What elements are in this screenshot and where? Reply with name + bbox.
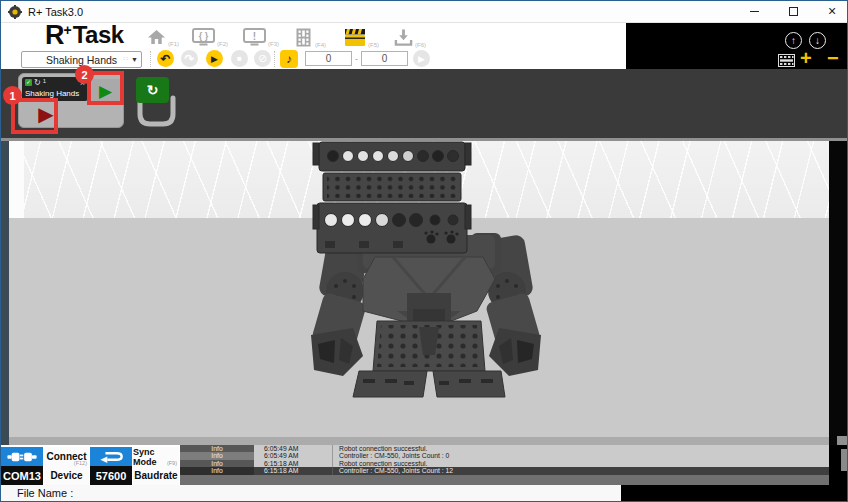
nav-home-button[interactable]: (F1) [147, 28, 179, 50]
log-time: 6:15:18 AM [254, 467, 332, 474]
file-name-bar: File Name : [1, 485, 848, 501]
svg-text:!: ! [253, 31, 256, 42]
music-button[interactable]: ♪ [280, 50, 298, 68]
title-bar [1, 1, 847, 23]
nav-task-code-button[interactable]: { } (F2) [192, 28, 228, 50]
viewport-right-edge [829, 141, 848, 445]
motion-unit-strip [1, 69, 848, 141]
annotation-badge-2: 2 [75, 65, 94, 84]
unit-title: Shaking Hands [25, 89, 85, 98]
annotation-badge-1: 1 [3, 86, 22, 105]
sync-toggle-button[interactable] [90, 447, 132, 466]
log-message: Controller : CM-550, Joints Count : 12 [332, 467, 829, 474]
film-strip-icon [294, 28, 313, 51]
redo-icon: ↷ [184, 52, 194, 66]
play-range-button[interactable]: ▶ [413, 50, 430, 67]
cancel-icon: ⊘ [258, 52, 267, 65]
code-monitor-icon: { } [192, 28, 215, 50]
log-time: 6:05:49 AM [254, 445, 332, 452]
music-note-icon: ♪ [286, 52, 292, 66]
log-row-selected[interactable]: Info 6:15:18 AM Controller : CM-550, Joi… [180, 467, 829, 474]
log-message: Robot connection successful. [332, 445, 829, 452]
motion-unit-list-button[interactable] [778, 53, 795, 66]
log-row[interactable]: Info 6:15:18 AM Robot connection success… [180, 460, 829, 467]
stop-icon: ■ [237, 54, 242, 63]
baudrate-button[interactable]: Baudrate [133, 466, 179, 485]
log-panel-footer [180, 475, 829, 486]
chevron-down-icon: ▼ [131, 56, 138, 63]
svg-text:{ }: { } [199, 31, 209, 41]
com-port-value[interactable]: COM13 [1, 466, 43, 485]
play-range-icon: ▶ [418, 54, 425, 64]
log-level: Info [180, 467, 254, 474]
cable-icon [6, 451, 38, 463]
log-row[interactable]: Info 6:05:49 AM Controller : CM-550, Joi… [180, 452, 829, 459]
log-message: Controller : CM-550, Joints Count : 0 [332, 452, 829, 459]
separator [274, 51, 275, 67]
connect-button[interactable]: Connect (F12) [44, 447, 89, 466]
stop-motion-button[interactable]: ■ [231, 50, 248, 67]
log-panel: Info 6:05:49 AM Robot connection success… [180, 445, 829, 475]
log-time: 6:15:18 AM [254, 460, 332, 467]
grip-icon: ∷ [124, 55, 128, 63]
log-level: Info [180, 460, 254, 467]
minus-icon: − [827, 47, 839, 69]
file-bar-filler [621, 485, 848, 501]
log-scrollbar[interactable] [841, 449, 848, 471]
sync-loop-icon [97, 450, 125, 463]
close-button[interactable]: × [816, 1, 848, 22]
sync-mode-button[interactable]: Sync Mode (F9) [133, 447, 179, 466]
app-icon [8, 5, 22, 19]
log-level: Info [180, 445, 254, 452]
robot-3d-viewport[interactable] [1, 141, 848, 445]
viewport-wall-corner [9, 141, 24, 218]
nav-motion-editor-button[interactable]: (F5) [344, 28, 379, 51]
repeat-count: 1 [43, 78, 46, 84]
play-motion-button[interactable]: ▶ [206, 50, 223, 67]
range-separator: - [353, 51, 360, 66]
repeat-icon: ↻ [34, 79, 41, 87]
minimize-button[interactable] [738, 1, 770, 22]
frame-end-input[interactable]: 0 [361, 51, 408, 66]
clapperboard-icon [344, 28, 366, 51]
scrollbar-corner[interactable] [837, 436, 847, 445]
app-logo: R + Task [45, 22, 124, 49]
undo-icon: ↶ [160, 52, 170, 66]
remove-unit-button[interactable]: − [827, 49, 839, 67]
download-arrow-icon: ↓ [815, 35, 820, 46]
download-tray-icon [394, 28, 413, 51]
annotation-rect-1 [11, 98, 58, 134]
maximize-button[interactable] [777, 1, 809, 22]
motion-select-value: Shaking Hands [46, 54, 117, 66]
cancel-motion-button[interactable]: ⊘ [254, 50, 271, 67]
status-bar: COM13 Connect (F12) Device 57600 Sync Mo… [1, 445, 848, 485]
log-message: Robot connection successful. [332, 460, 829, 467]
plus-icon: + [800, 47, 812, 69]
viewport-left-edge [1, 141, 9, 445]
redo-button[interactable]: ↷ [181, 50, 198, 67]
home-icon [147, 28, 166, 50]
robot-model [301, 141, 551, 441]
unit-enabled-checkbox[interactable]: ✓ [25, 79, 32, 86]
port-connect-button[interactable] [1, 447, 43, 466]
baud-value[interactable]: 57600 [90, 466, 132, 485]
film-grid-icon [778, 54, 795, 67]
log-row[interactable]: Info 6:05:49 AM Robot connection success… [180, 445, 829, 452]
nav-output-monitor-button[interactable]: ! (F3) [243, 28, 279, 50]
maximize-icon [789, 7, 798, 16]
loop-block-button[interactable]: ↻ [136, 77, 169, 103]
add-unit-button[interactable]: + [800, 49, 812, 67]
nav-download-button[interactable]: (F6) [394, 28, 426, 51]
log-level: Info [180, 452, 254, 459]
frame-start-input[interactable]: 0 [305, 51, 352, 66]
minimize-icon [750, 11, 759, 12]
log-time: 6:05:49 AM [254, 452, 332, 459]
play-icon: ▶ [211, 54, 218, 64]
file-name-label: File Name : [17, 485, 73, 501]
nav-media-button[interactable]: (F4) [294, 28, 326, 51]
undo-button[interactable]: ↶ [157, 50, 174, 67]
device-button[interactable]: Device [44, 466, 89, 485]
close-icon: × [828, 1, 836, 22]
app-window: R+ Task3.0 × R + Task (F1) { } (F2) ! (F… [0, 0, 848, 502]
alert-monitor-icon: ! [243, 28, 266, 50]
